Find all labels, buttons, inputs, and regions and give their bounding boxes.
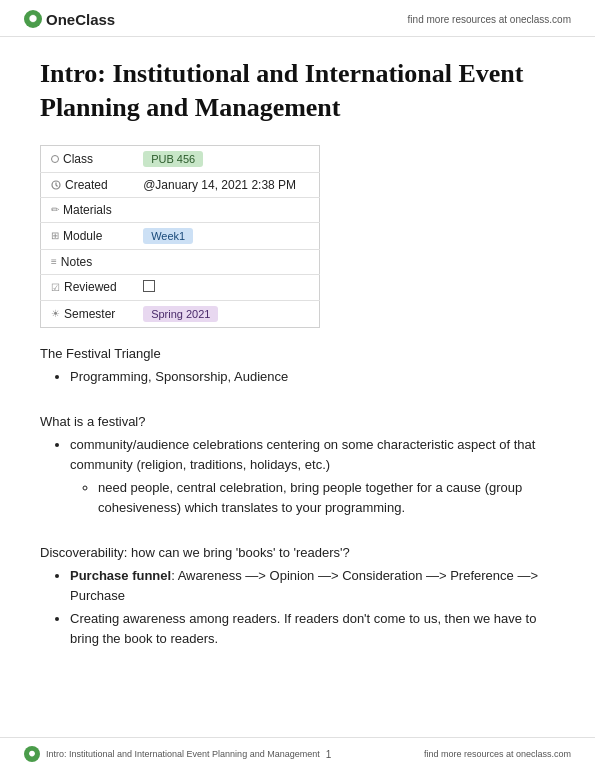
list-item: need people, central celebration, bring … <box>98 478 555 517</box>
clock-icon <box>51 180 61 190</box>
section3-heading: Discoverability: how can we bring 'books… <box>40 545 555 560</box>
table-row: ⊞ Module Week1 <box>41 222 320 249</box>
pencil-icon: ✏ <box>51 204 59 215</box>
label-materials: Materials <box>63 203 112 217</box>
reviewed-checkbox[interactable] <box>143 280 155 292</box>
footer: Intro: Institutional and International E… <box>0 737 595 770</box>
section3-bullets: Purchase funnel: Awareness —> Opinion —>… <box>70 566 555 648</box>
dot-icon <box>51 155 59 163</box>
footer-left: Intro: Institutional and International E… <box>24 746 331 762</box>
footer-title: Intro: Institutional and International E… <box>46 749 320 759</box>
logo-icon <box>24 10 42 28</box>
list-item-text: community/audience celebrations centerin… <box>70 437 535 472</box>
row-label-materials: ✏ Materials <box>51 203 123 217</box>
value-module: Week1 <box>143 228 193 244</box>
page-title: Intro: Institutional and International E… <box>40 57 555 125</box>
row-label-created: Created <box>51 178 123 192</box>
row-label-class: Class <box>51 152 123 166</box>
lines-icon: ≡ <box>51 256 57 267</box>
list-item: community/audience celebrations centerin… <box>70 435 555 517</box>
sun-icon: ☀ <box>51 308 60 319</box>
checkmark-icon: ☑ <box>51 282 60 293</box>
footer-tagline: find more resources at oneclass.com <box>424 749 571 759</box>
logo-text: OneClass <box>46 11 115 28</box>
list-item-text: Programming, Sponsorship, Audience <box>70 369 288 384</box>
main-content: Intro: Institutional and International E… <box>0 37 595 712</box>
value-class: PUB 456 <box>143 151 203 167</box>
section2-heading: What is a festival? <box>40 414 555 429</box>
grid-icon: ⊞ <box>51 230 59 241</box>
section1-heading: The Festival Triangle <box>40 346 555 361</box>
purchase-funnel-label: Purchase funnel <box>70 568 171 583</box>
table-row: ≡ Notes <box>41 249 320 274</box>
list-item: Programming, Sponsorship, Audience <box>70 367 555 387</box>
info-table: Class PUB 456 <box>40 145 320 328</box>
section1-bullets: Programming, Sponsorship, Audience <box>70 367 555 387</box>
awareness-text: Creating awareness among readers. If rea… <box>70 611 536 646</box>
sub-bullet-list: need people, central celebration, bring … <box>98 478 555 517</box>
label-module: Module <box>63 229 102 243</box>
label-class: Class <box>63 152 93 166</box>
footer-logo-icon <box>24 746 40 762</box>
table-row: Created @January 14, 2021 2:38 PM <box>41 172 320 197</box>
section2-bullets: community/audience celebrations centerin… <box>70 435 555 517</box>
list-item-text: need people, central celebration, bring … <box>98 480 522 515</box>
table-row: ✏ Materials <box>41 197 320 222</box>
label-reviewed: Reviewed <box>64 280 117 294</box>
label-created: Created <box>65 178 108 192</box>
value-semester: Spring 2021 <box>143 306 218 322</box>
value-notes <box>133 249 319 274</box>
label-notes: Notes <box>61 255 92 269</box>
logo: OneClass <box>24 10 115 28</box>
table-row: ☀ Semester Spring 2021 <box>41 300 320 327</box>
page: OneClass find more resources at oneclass… <box>0 0 595 770</box>
list-item: Purchase funnel: Awareness —> Opinion —>… <box>70 566 555 605</box>
label-semester: Semester <box>64 307 115 321</box>
table-row: ☑ Reviewed <box>41 274 320 300</box>
header: OneClass find more resources at oneclass… <box>0 0 595 37</box>
footer-page-number: 1 <box>326 749 332 760</box>
header-tagline: find more resources at oneclass.com <box>408 14 571 25</box>
row-label-reviewed: ☑ Reviewed <box>51 280 123 294</box>
row-label-module: ⊞ Module <box>51 229 123 243</box>
list-item: Creating awareness among readers. If rea… <box>70 609 555 648</box>
table-row: Class PUB 456 <box>41 145 320 172</box>
row-label-notes: ≡ Notes <box>51 255 123 269</box>
row-label-semester: ☀ Semester <box>51 307 123 321</box>
value-created: @January 14, 2021 2:38 PM <box>143 178 296 192</box>
value-materials <box>133 197 319 222</box>
